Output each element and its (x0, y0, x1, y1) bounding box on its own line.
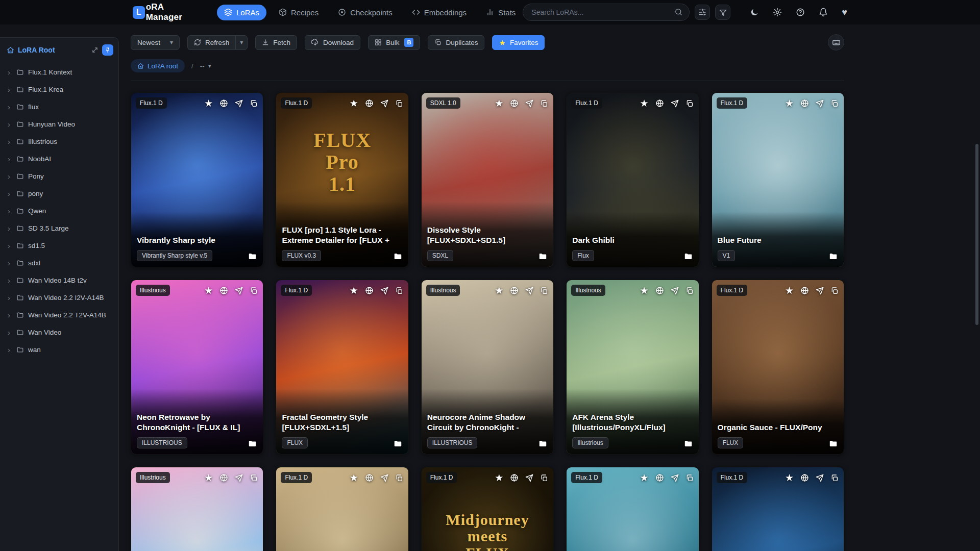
help-icon[interactable] (796, 8, 805, 17)
send-icon[interactable] (816, 474, 824, 482)
folder-tree-item[interactable]: › Illustrious (0, 133, 118, 150)
chevron-right-icon[interactable]: › (8, 224, 12, 232)
copy-icon[interactable] (395, 474, 403, 482)
globe-icon[interactable] (655, 99, 664, 108)
folder-icon[interactable] (683, 252, 693, 261)
copy-icon[interactable] (250, 287, 258, 295)
fetch-button[interactable]: Fetch (255, 35, 297, 50)
chevron-right-icon[interactable]: › (8, 138, 12, 145)
favorite-star-icon[interactable]: ★ (640, 99, 649, 108)
lora-card[interactable]: Flux.1 D ★ (566, 467, 699, 551)
send-icon[interactable] (380, 99, 388, 108)
lora-card[interactable]: Flux.1 D ★ Dark Ghibli Flux (566, 92, 699, 267)
favorite-star-icon[interactable]: ★ (350, 99, 358, 108)
folder-tree-item[interactable]: › pony (0, 185, 118, 202)
favorite-star-icon[interactable]: ★ (350, 286, 358, 295)
lora-card[interactable]: Illustrious ★ (131, 467, 263, 551)
copy-icon[interactable] (540, 474, 548, 482)
lora-card[interactable]: Illustrious ★ Neon Retrowave by ChronoKn… (131, 280, 263, 455)
folder-icon[interactable] (828, 439, 838, 448)
copy-icon[interactable] (830, 474, 839, 482)
chevron-right-icon[interactable]: › (8, 172, 12, 180)
chevron-right-icon[interactable]: › (8, 242, 12, 249)
chevron-right-icon[interactable]: › (8, 68, 12, 76)
folder-tree-item[interactable]: › SD 3.5 Large (0, 219, 118, 237)
copy-icon[interactable] (830, 99, 839, 108)
refresh-button[interactable]: Refresh (187, 35, 235, 50)
expand-icon[interactable] (91, 46, 99, 54)
chevron-right-icon[interactable]: › (8, 103, 12, 111)
nav-tab-loras[interactable]: LoRAs (217, 5, 266, 20)
folder-tree-item[interactable]: › Hunyuan Video (0, 115, 118, 133)
folder-tree-item[interactable]: › Wan Video 2.2 I2V-A14B (0, 289, 118, 306)
folder-tree-item[interactable]: › Pony (0, 167, 118, 185)
send-icon[interactable] (671, 99, 679, 108)
chevron-right-icon[interactable]: › (8, 155, 12, 163)
favorite-star-icon[interactable]: ★ (204, 99, 213, 108)
lora-card[interactable]: Flux.1 D ★ Blue Future V1 (712, 92, 844, 267)
folder-icon[interactable] (683, 439, 693, 448)
scrollbar[interactable] (975, 144, 978, 325)
send-icon[interactable] (671, 474, 679, 482)
send-icon[interactable] (816, 287, 824, 295)
send-icon[interactable] (525, 99, 533, 108)
copy-icon[interactable] (250, 99, 258, 108)
nav-tab-recipes[interactable]: Recipes (272, 5, 326, 20)
globe-icon[interactable] (365, 473, 374, 482)
lora-card[interactable]: Illustrious ★ AFK Arena Style [Illustrio… (566, 280, 699, 455)
lora-card[interactable]: SDXL 1.0 ★ Dissolve Style [FLUX+SDXL+SD1… (421, 92, 554, 267)
globe-icon[interactable] (800, 286, 809, 295)
copy-icon[interactable] (540, 99, 548, 108)
globe-icon[interactable] (655, 286, 664, 295)
send-icon[interactable] (235, 474, 243, 482)
heart-icon[interactable]: ♥ (842, 8, 847, 17)
globe-icon[interactable] (365, 286, 374, 295)
send-icon[interactable] (235, 99, 243, 108)
download-button[interactable]: Download (305, 35, 360, 50)
gear-icon[interactable] (773, 8, 782, 17)
lora-card[interactable]: Flux.1 D ★ Vibrantly Sharp style Vibrant… (131, 92, 263, 267)
folder-tree-item[interactable]: › Flux.1 Krea (0, 81, 118, 98)
chevron-right-icon[interactable]: › (8, 207, 12, 215)
favorites-button[interactable]: ★ Favorites (492, 35, 545, 50)
chevron-right-icon[interactable]: › (8, 294, 12, 302)
favorite-star-icon[interactable]: ★ (785, 99, 794, 108)
copy-icon[interactable] (685, 99, 694, 108)
breadcrumb-root[interactable]: LoRA root (131, 59, 185, 72)
search-input[interactable] (523, 4, 690, 21)
copy-icon[interactable] (830, 287, 839, 295)
favorite-star-icon[interactable]: ★ (204, 473, 213, 482)
favorite-star-icon[interactable]: ★ (640, 473, 649, 482)
copy-icon[interactable] (395, 99, 403, 108)
lora-card[interactable]: Flux.1 D ★ Fractal Geometry Style [FLUX+… (276, 280, 408, 455)
lora-card[interactable]: Midjourney meets FLUX Flux.1 D ★ (421, 467, 554, 551)
send-icon[interactable] (380, 474, 388, 482)
folder-tree-item[interactable]: › wan (0, 341, 118, 358)
nav-tab-embeddings[interactable]: Embeddings (405, 5, 474, 20)
lora-card[interactable]: Illustrious ★ Neurocore Anime Shadow Cir… (421, 280, 554, 455)
send-icon[interactable] (380, 287, 388, 295)
folder-tree-item[interactable]: › Wan Video 14B t2v (0, 271, 118, 289)
sliders-button[interactable] (695, 5, 710, 20)
chevron-right-icon[interactable]: › (8, 277, 12, 284)
globe-icon[interactable] (219, 286, 228, 295)
favorite-star-icon[interactable]: ★ (204, 286, 213, 295)
bulk-button[interactable]: Bulk B (368, 35, 420, 50)
chevron-right-icon[interactable]: › (8, 190, 12, 197)
folder-tree-item[interactable]: › flux (0, 98, 118, 115)
globe-icon[interactable] (655, 473, 664, 482)
folder-icon[interactable] (538, 439, 548, 448)
folder-icon[interactable] (393, 439, 403, 448)
lora-card[interactable]: Flux.1 D ★ Organic Sauce - FLUX/Pony FLU… (712, 280, 844, 455)
folder-icon[interactable] (828, 252, 838, 261)
chevron-right-icon[interactable]: › (8, 346, 12, 354)
globe-icon[interactable] (800, 99, 809, 108)
folder-tree-item[interactable]: › sdxl (0, 254, 118, 271)
pin-button[interactable] (102, 44, 113, 56)
favorite-star-icon[interactable]: ★ (495, 473, 503, 482)
sort-select[interactable]: Newest ▾ (131, 35, 180, 50)
favorite-star-icon[interactable]: ★ (785, 473, 794, 482)
bell-icon[interactable] (819, 8, 828, 17)
keyboard-shortcuts-button[interactable] (828, 34, 844, 51)
globe-icon[interactable] (219, 99, 228, 108)
